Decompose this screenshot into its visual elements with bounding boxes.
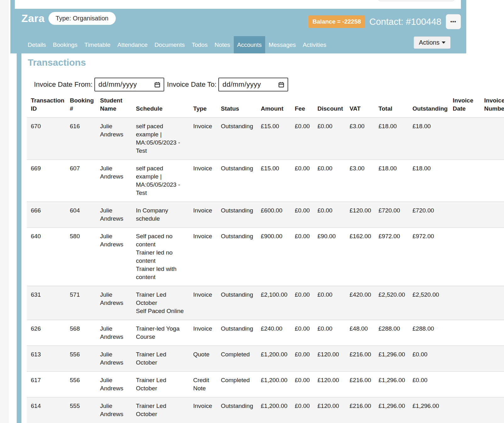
actions-button[interactable]: Actions bbox=[414, 36, 451, 49]
balance-badge: Balance = -22258 bbox=[308, 15, 365, 28]
tab-attendance[interactable]: Attendance bbox=[114, 36, 151, 53]
cell-total: £18.00 bbox=[378, 118, 412, 160]
cell-discount: £0.00 bbox=[317, 320, 350, 346]
cell-outstanding: £2,520.00 bbox=[412, 286, 453, 320]
tab-accounts[interactable]: Accounts bbox=[234, 36, 265, 53]
date-placeholder: dd/mm/yyyy bbox=[98, 80, 137, 89]
cell-student: Julie Andrews bbox=[100, 371, 136, 397]
cell-fee: £0.00 bbox=[295, 346, 317, 371]
column-header: Transaction ID bbox=[27, 94, 70, 118]
schedule-item: Trainer Led October bbox=[136, 291, 185, 307]
cell-invoice-date bbox=[453, 320, 484, 346]
cell-vat: £3.00 bbox=[350, 160, 378, 202]
cell-amount: £15.00 bbox=[261, 118, 295, 160]
tab-bookings[interactable]: Bookings bbox=[49, 36, 81, 53]
cell-invoice-date bbox=[453, 160, 484, 202]
cell-status: Outstanding bbox=[221, 286, 261, 320]
schedule-item: Trainer Led October bbox=[136, 402, 185, 418]
cell-transaction-id: 640 bbox=[27, 228, 70, 286]
column-header: Discount bbox=[317, 94, 350, 118]
container-edge-right bbox=[461, 0, 466, 9]
cell-fee: £0.00 bbox=[295, 160, 317, 202]
cell-status: Outstanding bbox=[221, 160, 261, 202]
cell-outstanding: £288.00 bbox=[412, 320, 453, 346]
cell-amount: £1,200.00 bbox=[261, 397, 295, 423]
tab-documents[interactable]: Documents bbox=[151, 36, 188, 53]
invoice-date-to-label: Invoice Date To: bbox=[167, 80, 216, 89]
cell-invoice-date bbox=[453, 202, 484, 228]
cell-booking: 556 bbox=[70, 346, 100, 371]
cell-booking: 604 bbox=[70, 202, 100, 228]
cell-booking: 568 bbox=[70, 320, 100, 346]
cell-booking: 571 bbox=[70, 286, 100, 320]
partial-button-above[interactable] bbox=[378, 0, 455, 1]
calendar-icon[interactable] bbox=[154, 81, 160, 88]
container-edge-left bbox=[10, 0, 15, 9]
column-header: Booking # bbox=[70, 94, 100, 118]
cell-amount: £1,200.00 bbox=[261, 371, 295, 397]
cell-student: Julie Andrews bbox=[100, 320, 136, 346]
cell-invoice-number bbox=[484, 160, 504, 202]
cell-total: £1,296.00 bbox=[378, 346, 412, 371]
schedule-item: Trainer led no content bbox=[136, 249, 185, 265]
cell-fee: £0.00 bbox=[295, 397, 317, 423]
table-row: 670616Julie Andrewsself paced example | … bbox=[27, 118, 504, 160]
cell-outstanding: £972.00 bbox=[412, 228, 453, 286]
more-button[interactable]: ••• bbox=[446, 14, 461, 29]
cell-transaction-id: 614 bbox=[27, 397, 70, 423]
tab-details[interactable]: Details bbox=[24, 36, 49, 53]
cell-transaction-id: 670 bbox=[27, 118, 70, 160]
header-right-group: Balance = -22258 Contact: #100448 ••• bbox=[308, 14, 461, 30]
schedule-item: Trainer-led Yoga Course bbox=[136, 325, 185, 341]
tab-timetable[interactable]: Timetable bbox=[81, 36, 114, 53]
schedule-item: Trainer Led October bbox=[136, 376, 185, 393]
invoice-date-filters: Invoice Date From: dd/mm/yyyy Invoice Da… bbox=[34, 78, 504, 91]
cell-transaction-id: 669 bbox=[27, 160, 70, 202]
cell-booking: 607 bbox=[70, 160, 100, 202]
cell-schedule: Trainer Led OctoberSelf Paced Online bbox=[136, 286, 193, 320]
tab-activities[interactable]: Activities bbox=[299, 36, 330, 53]
invoice-date-to-input[interactable]: dd/mm/yyyy bbox=[218, 78, 288, 91]
cell-invoice-date bbox=[453, 228, 484, 286]
cell-schedule: Self paced no contentTrainer led no cont… bbox=[136, 228, 193, 286]
column-header: Schedule bbox=[136, 94, 193, 118]
cell-fee: £0.00 bbox=[295, 228, 317, 286]
column-header: Invoice Date bbox=[453, 94, 484, 118]
table-row: 614555Julie AndrewsTrainer Led OctoberIn… bbox=[27, 397, 504, 423]
cell-fee: £0.00 bbox=[295, 320, 317, 346]
cell-total: £1,296.00 bbox=[378, 371, 412, 397]
cell-discount: £0.00 bbox=[317, 160, 350, 202]
cell-invoice-date bbox=[453, 118, 484, 160]
date-placeholder: dd/mm/yyyy bbox=[222, 80, 261, 89]
cell-vat: £3.00 bbox=[350, 118, 378, 160]
cell-outstanding: £18.00 bbox=[412, 118, 453, 160]
cell-amount: £1,200.00 bbox=[261, 346, 295, 371]
cell-status: Outstanding bbox=[221, 202, 261, 228]
cell-fee: £0.00 bbox=[295, 202, 317, 228]
tab-todos[interactable]: Todos bbox=[188, 36, 211, 53]
table-row: 666604Julie AndrewsIn Company scheduleIn… bbox=[27, 202, 504, 228]
column-header: Invoice Number bbox=[484, 94, 504, 118]
cell-invoice-date bbox=[453, 397, 484, 423]
tab-notes[interactable]: Notes bbox=[211, 36, 234, 53]
calendar-icon[interactable] bbox=[278, 81, 284, 88]
cell-outstanding: £0.00 bbox=[412, 346, 453, 371]
table-row: 631571Julie AndrewsTrainer Led OctoberSe… bbox=[27, 286, 504, 320]
column-header: Total bbox=[378, 94, 412, 118]
table-row: 626568Julie AndrewsTrainer-led Yoga Cour… bbox=[27, 320, 504, 346]
invoice-date-from-input[interactable]: dd/mm/yyyy bbox=[94, 78, 164, 91]
table-row: 617556Julie AndrewsTrainer Led OctoberCr… bbox=[27, 371, 504, 397]
cell-transaction-id: 617 bbox=[27, 371, 70, 397]
cell-type: Quote bbox=[193, 346, 221, 371]
cell-student: Julie Andrews bbox=[100, 202, 136, 228]
tab-messages[interactable]: Messages bbox=[265, 36, 300, 53]
cell-type: Invoice bbox=[193, 202, 221, 228]
table-body: 670616Julie Andrewsself paced example | … bbox=[27, 118, 504, 423]
column-header: Outstanding bbox=[412, 94, 453, 118]
table-header-row: Transaction IDBooking #Student NameSched… bbox=[27, 94, 504, 118]
caret-down-icon bbox=[442, 41, 445, 44]
ellipsis-icon: ••• bbox=[451, 20, 456, 23]
cell-type: Invoice bbox=[193, 320, 221, 346]
transactions-table: Transaction IDBooking #Student NameSched… bbox=[27, 94, 504, 423]
cell-invoice-date bbox=[453, 371, 484, 397]
